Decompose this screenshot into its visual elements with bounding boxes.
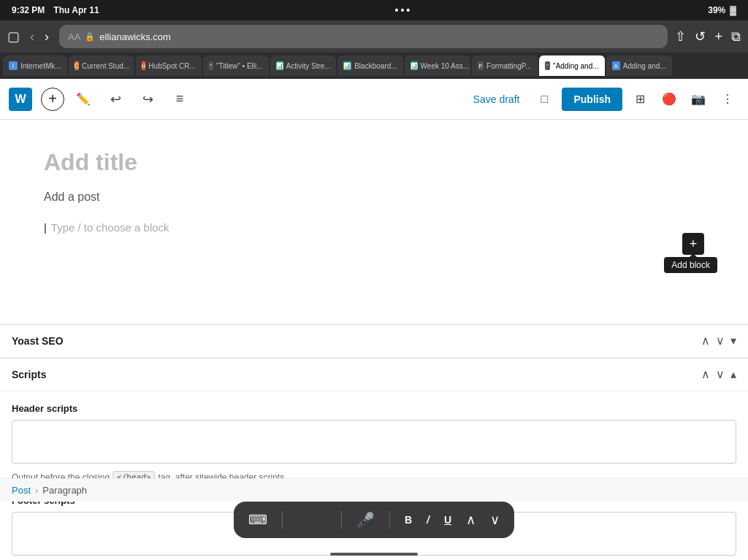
microphone-button[interactable]: 🎤 — [356, 511, 375, 529]
reload-button[interactable]: ↺ — [695, 28, 706, 45]
camera-button[interactable]: 📷 — [687, 88, 710, 111]
status-bar: 9:32 PM Thu Apr 11 ••• 39% ▓ — [0, 0, 748, 20]
address-bar[interactable]: AA 🔒 ellianawicks.com — [59, 25, 668, 48]
sidebar-toggle-button[interactable]: ▢ — [7, 28, 20, 45]
yoast-panel-header[interactable]: Yoast SEO ∧ ∨ ▾ — [0, 325, 748, 358]
tab-label: "Titlew" • Elli... — [216, 62, 263, 70]
breadcrumb-paragraph: Paragraph — [42, 485, 87, 496]
list-button[interactable]: ≡ — [167, 86, 193, 112]
block-placeholder[interactable]: Type / to choose a block — [44, 218, 704, 237]
italic-button[interactable]: / — [427, 514, 430, 526]
yoast-button[interactable]: 🔴 — [657, 88, 681, 111]
mic-icon: 🎤 — [356, 511, 375, 529]
status-time: 9:32 PM — [12, 5, 45, 15]
separator-1 — [282, 511, 283, 529]
tab-label: FormattingP... — [486, 62, 532, 70]
signal-strength: 39% — [708, 5, 725, 15]
tab-label: Current Stud... — [82, 62, 129, 70]
tabs-bar: I InternetMk... C Current Stud... H HubS… — [0, 53, 748, 79]
tab-item-active[interactable]: " "Adding and... — [539, 55, 605, 76]
scripts-panel-controls: ∧ ∨ ▴ — [701, 369, 736, 380]
yoast-collapse-up-button[interactable]: ∧ — [701, 335, 710, 347]
browser-nav: ‹ › — [27, 28, 52, 45]
tab-label: "Adding and... — [553, 62, 599, 70]
tab-label: InternetMk... — [20, 62, 61, 70]
bold-button[interactable]: B — [405, 514, 412, 526]
aa-label: AA — [68, 31, 80, 42]
tab-item[interactable]: 📊 Blackboard... — [337, 55, 403, 76]
redo-button[interactable]: ↪ — [134, 86, 161, 112]
scripts-collapse-up-button[interactable]: ∧ — [701, 369, 710, 380]
add-block-button[interactable]: + — [41, 88, 64, 111]
lock-icon: 🔒 — [85, 32, 95, 42]
underline-button[interactable]: U — [444, 514, 451, 526]
tab-item[interactable]: 📊 Week 10 Ass... — [405, 55, 470, 76]
columns-button[interactable]: ⊞ — [628, 88, 652, 111]
arrow-up-icon: ∧ — [466, 512, 476, 528]
save-draft-button[interactable]: Save draft — [466, 89, 527, 110]
preview-button[interactable]: □ — [533, 88, 556, 111]
header-scripts-label: Header scripts — [12, 403, 736, 414]
undo-button[interactable]: ↩ — [102, 86, 129, 112]
tab-item[interactable]: " "Titlew" • Elli... — [203, 55, 269, 76]
tab-overview-button[interactable]: ⧉ — [731, 29, 741, 45]
browser-actions: ⇧ ↺ + ⧉ — [675, 28, 741, 45]
post-subtitle: Add a post — [44, 191, 704, 204]
tab-label: HubSpot CR... — [148, 62, 195, 70]
back-button[interactable]: ‹ — [27, 28, 37, 45]
tab-label: Activity Stre... — [286, 62, 331, 70]
arrow-down-icon: ∨ — [490, 512, 500, 528]
battery-icon: ▓ — [730, 5, 736, 15]
add-block-inline-button[interactable]: + — [682, 233, 704, 255]
keyboard-hide-button[interactable]: ⌨ — [248, 512, 267, 528]
header-scripts-group: Header scripts Output before the closing… — [12, 403, 736, 483]
scripts-collapse-down-button[interactable]: ∨ — [716, 369, 725, 380]
publish-button[interactable]: Publish — [562, 88, 622, 111]
arrow-up-button[interactable]: ∧ — [466, 512, 476, 528]
tab-item[interactable]: 📊 Activity Stre... — [270, 55, 336, 76]
yoast-more-button[interactable]: ▾ — [730, 335, 736, 347]
keyboard-toolbar: ⌨ 🎤 B / U ∧ ∨ — [234, 502, 514, 538]
yoast-panel-title: Yoast SEO — [12, 335, 701, 347]
new-tab-button[interactable]: + — [714, 29, 722, 45]
bold-label: B — [405, 514, 412, 526]
tab-label: Blackboard... — [354, 62, 397, 70]
status-bar-right: 39% ▓ — [708, 5, 736, 15]
more-options-button[interactable]: ⋮ — [716, 88, 739, 111]
home-indicator — [330, 553, 418, 556]
tab-item[interactable]: C Current Stud... — [69, 55, 134, 76]
share-button[interactable]: ⇧ — [675, 28, 686, 45]
browser-chrome: ▢ ‹ › AA 🔒 ellianawicks.com ⇧ ↺ + ⧉ — [0, 20, 748, 53]
underline-label: U — [444, 514, 451, 526]
separator-3 — [389, 511, 390, 529]
yoast-panel-controls: ∧ ∨ ▾ — [701, 335, 736, 347]
scripts-more-button[interactable]: ▴ — [730, 369, 736, 380]
yoast-seo-panel: Yoast SEO ∧ ∨ ▾ — [0, 324, 748, 358]
editor-content: Add title Add a post Type / to choose a … — [0, 120, 748, 324]
tab-label: Week 10 Ass... — [421, 62, 470, 70]
add-block-tooltip: Add block — [664, 257, 717, 273]
tab-item[interactable]: I InternetMk... — [3, 55, 67, 76]
tab-label: Adding and... — [623, 62, 666, 70]
italic-label: / — [427, 514, 430, 526]
breadcrumb-separator: › — [35, 485, 38, 496]
header-scripts-textarea[interactable] — [12, 420, 736, 464]
breadcrumb-post[interactable]: Post — [12, 485, 31, 496]
tab-item[interactable]: H HubSpot CR... — [136, 55, 202, 76]
scripts-panel-header[interactable]: Scripts ∧ ∨ ▴ — [0, 358, 748, 391]
scripts-panel-title: Scripts — [12, 369, 701, 380]
yoast-collapse-down-button[interactable]: ∨ — [716, 335, 725, 347]
breadcrumb: Post › Paragraph — [0, 478, 748, 502]
post-title-input[interactable]: Add title — [44, 149, 704, 176]
edit-button[interactable]: ✏️ — [70, 86, 96, 112]
status-dots: ••• — [395, 4, 413, 16]
editor-area[interactable]: Add title Add a post Type / to choose a … — [0, 120, 748, 324]
keyboard-icon: ⌨ — [248, 512, 267, 528]
tab-item[interactable]: A Adding and... — [606, 55, 672, 76]
tab-item[interactable]: F FormattingP... — [472, 55, 538, 76]
status-date: Thu Apr 11 — [53, 5, 99, 15]
separator-2 — [341, 511, 342, 529]
arrow-down-button[interactable]: ∨ — [490, 512, 500, 528]
forward-button[interactable]: › — [42, 28, 52, 45]
url-text: ellianawicks.com — [99, 31, 171, 42]
